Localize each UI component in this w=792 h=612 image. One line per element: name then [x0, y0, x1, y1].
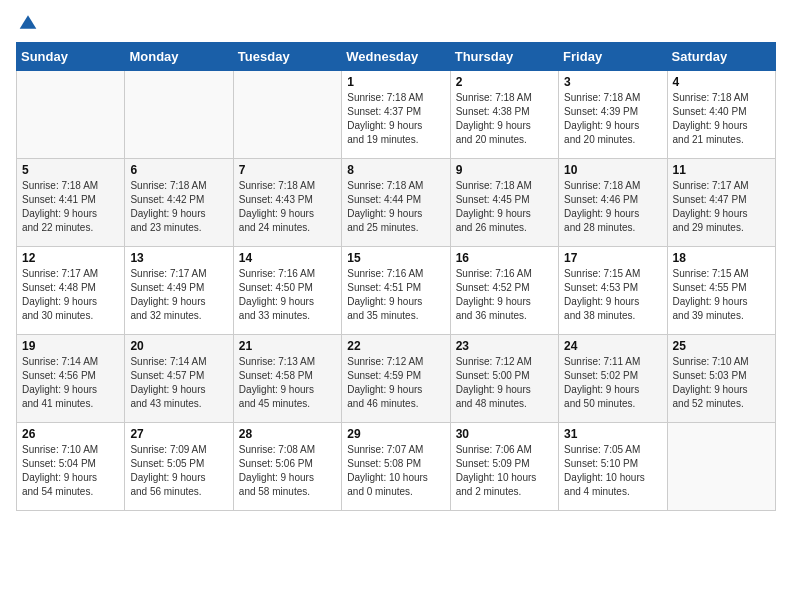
day-info: Sunrise: 7:18 AM Sunset: 4:37 PM Dayligh…	[347, 91, 444, 147]
day-number: 1	[347, 75, 444, 89]
day-number: 7	[239, 163, 336, 177]
calendar-cell	[17, 71, 125, 159]
calendar-cell: 27Sunrise: 7:09 AM Sunset: 5:05 PM Dayli…	[125, 423, 233, 511]
weekday-header-monday: Monday	[125, 43, 233, 71]
calendar-cell	[233, 71, 341, 159]
calendar-week-3: 12Sunrise: 7:17 AM Sunset: 4:48 PM Dayli…	[17, 247, 776, 335]
day-number: 4	[673, 75, 770, 89]
day-number: 2	[456, 75, 553, 89]
day-info: Sunrise: 7:18 AM Sunset: 4:45 PM Dayligh…	[456, 179, 553, 235]
day-info: Sunrise: 7:15 AM Sunset: 4:53 PM Dayligh…	[564, 267, 661, 323]
day-number: 30	[456, 427, 553, 441]
day-info: Sunrise: 7:10 AM Sunset: 5:03 PM Dayligh…	[673, 355, 770, 411]
day-number: 16	[456, 251, 553, 265]
calendar-cell: 29Sunrise: 7:07 AM Sunset: 5:08 PM Dayli…	[342, 423, 450, 511]
day-info: Sunrise: 7:13 AM Sunset: 4:58 PM Dayligh…	[239, 355, 336, 411]
day-info: Sunrise: 7:16 AM Sunset: 4:52 PM Dayligh…	[456, 267, 553, 323]
day-number: 19	[22, 339, 119, 353]
day-number: 6	[130, 163, 227, 177]
calendar-cell: 31Sunrise: 7:05 AM Sunset: 5:10 PM Dayli…	[559, 423, 667, 511]
day-info: Sunrise: 7:18 AM Sunset: 4:39 PM Dayligh…	[564, 91, 661, 147]
day-info: Sunrise: 7:14 AM Sunset: 4:57 PM Dayligh…	[130, 355, 227, 411]
day-info: Sunrise: 7:11 AM Sunset: 5:02 PM Dayligh…	[564, 355, 661, 411]
day-number: 15	[347, 251, 444, 265]
day-info: Sunrise: 7:18 AM Sunset: 4:44 PM Dayligh…	[347, 179, 444, 235]
logo-icon	[18, 12, 38, 32]
weekday-header-wednesday: Wednesday	[342, 43, 450, 71]
weekday-row: SundayMondayTuesdayWednesdayThursdayFrid…	[17, 43, 776, 71]
day-info: Sunrise: 7:18 AM Sunset: 4:46 PM Dayligh…	[564, 179, 661, 235]
calendar-cell: 26Sunrise: 7:10 AM Sunset: 5:04 PM Dayli…	[17, 423, 125, 511]
calendar-week-2: 5Sunrise: 7:18 AM Sunset: 4:41 PM Daylig…	[17, 159, 776, 247]
day-number: 24	[564, 339, 661, 353]
day-number: 25	[673, 339, 770, 353]
day-number: 22	[347, 339, 444, 353]
day-number: 14	[239, 251, 336, 265]
day-info: Sunrise: 7:07 AM Sunset: 5:08 PM Dayligh…	[347, 443, 444, 499]
calendar-cell: 16Sunrise: 7:16 AM Sunset: 4:52 PM Dayli…	[450, 247, 558, 335]
weekday-header-friday: Friday	[559, 43, 667, 71]
calendar-body: 1Sunrise: 7:18 AM Sunset: 4:37 PM Daylig…	[17, 71, 776, 511]
day-info: Sunrise: 7:12 AM Sunset: 5:00 PM Dayligh…	[456, 355, 553, 411]
day-number: 21	[239, 339, 336, 353]
day-info: Sunrise: 7:15 AM Sunset: 4:55 PM Dayligh…	[673, 267, 770, 323]
calendar-cell: 1Sunrise: 7:18 AM Sunset: 4:37 PM Daylig…	[342, 71, 450, 159]
calendar-cell: 24Sunrise: 7:11 AM Sunset: 5:02 PM Dayli…	[559, 335, 667, 423]
day-info: Sunrise: 7:05 AM Sunset: 5:10 PM Dayligh…	[564, 443, 661, 499]
day-info: Sunrise: 7:16 AM Sunset: 4:50 PM Dayligh…	[239, 267, 336, 323]
weekday-header-saturday: Saturday	[667, 43, 775, 71]
weekday-header-sunday: Sunday	[17, 43, 125, 71]
day-number: 27	[130, 427, 227, 441]
day-info: Sunrise: 7:18 AM Sunset: 4:42 PM Dayligh…	[130, 179, 227, 235]
calendar-cell: 14Sunrise: 7:16 AM Sunset: 4:50 PM Dayli…	[233, 247, 341, 335]
day-info: Sunrise: 7:18 AM Sunset: 4:41 PM Dayligh…	[22, 179, 119, 235]
day-number: 10	[564, 163, 661, 177]
day-info: Sunrise: 7:14 AM Sunset: 4:56 PM Dayligh…	[22, 355, 119, 411]
calendar-week-4: 19Sunrise: 7:14 AM Sunset: 4:56 PM Dayli…	[17, 335, 776, 423]
calendar-page: SundayMondayTuesdayWednesdayThursdayFrid…	[0, 0, 792, 612]
day-info: Sunrise: 7:18 AM Sunset: 4:43 PM Dayligh…	[239, 179, 336, 235]
day-number: 26	[22, 427, 119, 441]
calendar-cell: 8Sunrise: 7:18 AM Sunset: 4:44 PM Daylig…	[342, 159, 450, 247]
calendar-cell: 28Sunrise: 7:08 AM Sunset: 5:06 PM Dayli…	[233, 423, 341, 511]
day-info: Sunrise: 7:17 AM Sunset: 4:48 PM Dayligh…	[22, 267, 119, 323]
calendar-cell: 21Sunrise: 7:13 AM Sunset: 4:58 PM Dayli…	[233, 335, 341, 423]
calendar-cell: 4Sunrise: 7:18 AM Sunset: 4:40 PM Daylig…	[667, 71, 775, 159]
calendar-cell: 7Sunrise: 7:18 AM Sunset: 4:43 PM Daylig…	[233, 159, 341, 247]
day-info: Sunrise: 7:17 AM Sunset: 4:47 PM Dayligh…	[673, 179, 770, 235]
calendar-cell: 2Sunrise: 7:18 AM Sunset: 4:38 PM Daylig…	[450, 71, 558, 159]
calendar-cell: 30Sunrise: 7:06 AM Sunset: 5:09 PM Dayli…	[450, 423, 558, 511]
calendar-cell: 17Sunrise: 7:15 AM Sunset: 4:53 PM Dayli…	[559, 247, 667, 335]
calendar-cell: 3Sunrise: 7:18 AM Sunset: 4:39 PM Daylig…	[559, 71, 667, 159]
calendar-cell: 23Sunrise: 7:12 AM Sunset: 5:00 PM Dayli…	[450, 335, 558, 423]
day-number: 18	[673, 251, 770, 265]
calendar-week-1: 1Sunrise: 7:18 AM Sunset: 4:37 PM Daylig…	[17, 71, 776, 159]
day-number: 29	[347, 427, 444, 441]
day-number: 13	[130, 251, 227, 265]
day-info: Sunrise: 7:06 AM Sunset: 5:09 PM Dayligh…	[456, 443, 553, 499]
day-number: 28	[239, 427, 336, 441]
calendar-cell: 22Sunrise: 7:12 AM Sunset: 4:59 PM Dayli…	[342, 335, 450, 423]
calendar-cell: 19Sunrise: 7:14 AM Sunset: 4:56 PM Dayli…	[17, 335, 125, 423]
day-info: Sunrise: 7:18 AM Sunset: 4:38 PM Dayligh…	[456, 91, 553, 147]
day-number: 12	[22, 251, 119, 265]
day-number: 3	[564, 75, 661, 89]
calendar-table: SundayMondayTuesdayWednesdayThursdayFrid…	[16, 42, 776, 511]
calendar-cell	[667, 423, 775, 511]
day-info: Sunrise: 7:18 AM Sunset: 4:40 PM Dayligh…	[673, 91, 770, 147]
day-info: Sunrise: 7:16 AM Sunset: 4:51 PM Dayligh…	[347, 267, 444, 323]
calendar-cell: 11Sunrise: 7:17 AM Sunset: 4:47 PM Dayli…	[667, 159, 775, 247]
weekday-header-thursday: Thursday	[450, 43, 558, 71]
calendar-cell: 6Sunrise: 7:18 AM Sunset: 4:42 PM Daylig…	[125, 159, 233, 247]
day-info: Sunrise: 7:17 AM Sunset: 4:49 PM Dayligh…	[130, 267, 227, 323]
day-number: 8	[347, 163, 444, 177]
calendar-cell: 18Sunrise: 7:15 AM Sunset: 4:55 PM Dayli…	[667, 247, 775, 335]
day-info: Sunrise: 7:10 AM Sunset: 5:04 PM Dayligh…	[22, 443, 119, 499]
day-info: Sunrise: 7:08 AM Sunset: 5:06 PM Dayligh…	[239, 443, 336, 499]
day-number: 20	[130, 339, 227, 353]
calendar-cell	[125, 71, 233, 159]
header	[16, 12, 776, 32]
logo	[16, 12, 38, 32]
calendar-week-5: 26Sunrise: 7:10 AM Sunset: 5:04 PM Dayli…	[17, 423, 776, 511]
day-number: 9	[456, 163, 553, 177]
